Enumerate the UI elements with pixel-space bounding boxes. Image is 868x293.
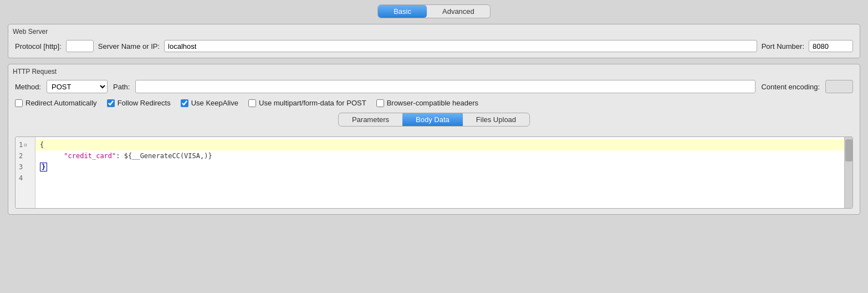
method-select[interactable]: POST GET PUT DELETE PATCH HEAD OPTIONS [47,80,108,93]
code-editor: 1 ⊟ 2 3 4 { "credi [15,137,853,209]
web-server-row: Protocol [http]: Server Name or IP: Port… [15,40,853,52]
checkbox-browser-compat: Browser-compatible headers [376,99,478,107]
protocol-label: Protocol [http]: [15,42,62,50]
checkboxes-row: Redirect Automatically Follow Redirects … [15,99,853,107]
method-path-row: Method: POST GET PUT DELETE PATCH HEAD O… [15,80,853,93]
checkbox-redirect-auto: Redirect Automatically [15,99,97,107]
http-section-inner: Method: POST GET PUT DELETE PATCH HEAD O… [15,80,853,209]
path-input[interactable] [135,80,755,93]
content-area: Web Server Protocol [http]: Server Name … [0,24,868,226]
multipart-checkbox[interactable] [248,99,256,107]
protocol-input[interactable] [66,40,94,52]
sub-tabs-row: Parameters Body Data Files Upload [15,113,853,127]
server-label: Server Name or IP: [98,42,160,50]
top-bar: Basic Advanced [0,0,868,24]
browser-compat-checkbox[interactable] [376,99,384,107]
main-tab-group: Basic Advanced [377,4,491,18]
method-label: Method: [15,83,41,91]
sub-tab-parameters[interactable]: Parameters [339,113,402,126]
server-name-input[interactable] [164,40,757,52]
http-request-section: HTTP Request Method: POST GET PUT DELETE… [8,64,860,215]
line-num-2: 2 [19,150,32,161]
checkbox-follow-redirects: Follow Redirects [107,99,171,107]
encoding-label: Content encoding: [761,83,820,91]
web-server-section: Web Server Protocol [http]: Server Name … [8,24,860,58]
line-numbers: 1 ⊟ 2 3 4 [16,137,35,208]
keepalive-label: Use KeepAlive [191,99,238,107]
redirect-auto-checkbox[interactable] [15,99,23,107]
keepalive-checkbox[interactable] [181,99,188,107]
tab-advanced[interactable]: Advanced [427,5,490,18]
sub-tab-body-data[interactable]: Body Data [402,113,463,126]
redirect-auto-label: Redirect Automatically [25,99,97,107]
checkbox-keepalive: Use KeepAlive [181,99,238,107]
code-line-2: "credit_card": ${__GenerateCC(VISA,)} [40,150,840,161]
tab-basic[interactable]: Basic [378,5,427,18]
multipart-label: Use multipart/form-data for POST [259,99,366,107]
follow-redirects-checkbox[interactable] [107,99,115,107]
scrollbar[interactable] [844,137,852,208]
encoding-input[interactable] [825,80,853,93]
http-request-legend: HTTP Request [13,68,853,75]
code-line-4 [40,173,840,184]
line-num-3: 3 [19,161,32,173]
checkbox-multipart: Use multipart/form-data for POST [248,99,366,107]
code-content[interactable]: { "credit_card": ${__GenerateCC(VISA,)} … [35,137,844,208]
web-server-legend: Web Server [13,28,853,36]
sub-tab-files-upload[interactable]: Files Upload [463,113,529,126]
fold-icon-1[interactable]: ⊟ [24,139,27,150]
line-num-1: 1 ⊟ [19,139,32,150]
sub-tab-group: Parameters Body Data Files Upload [338,113,530,127]
port-label: Port Number: [762,42,804,50]
code-line-1: { [35,139,844,150]
code-line-3: } [40,161,840,173]
line-num-4: 4 [19,173,32,184]
follow-redirects-label: Follow Redirects [118,99,171,107]
path-label: Path: [113,83,130,91]
scrollbar-thumb[interactable] [845,139,852,161]
port-input[interactable] [809,40,853,52]
browser-compat-label: Browser-compatible headers [387,99,478,107]
